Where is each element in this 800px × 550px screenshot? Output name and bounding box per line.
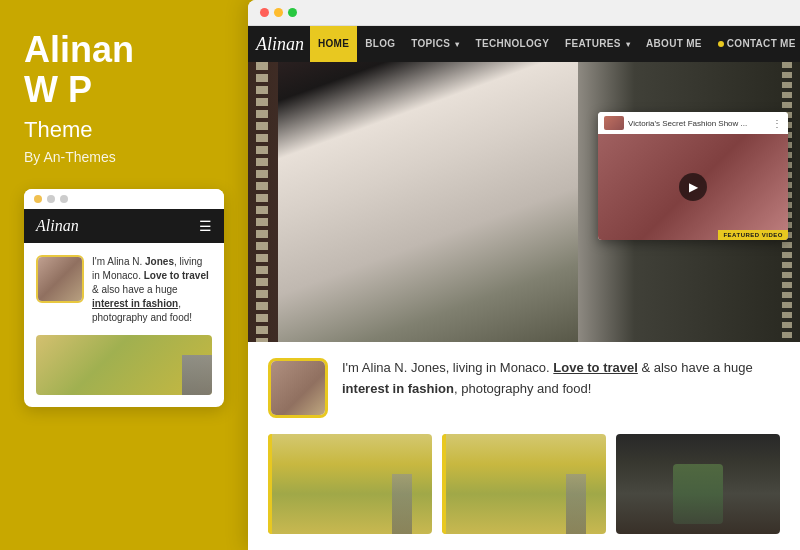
- nav-features[interactable]: FEATURES ▾: [557, 26, 638, 62]
- nav-home[interactable]: HOME: [310, 26, 357, 62]
- theme-by: By An-Themes: [24, 149, 224, 165]
- chain-left-decoration: [256, 62, 268, 342]
- bottom-image-cake: [616, 434, 780, 534]
- mobile-dot-2: [47, 195, 55, 203]
- left-panel: Alinan W P Theme By An-Themes Alinan ☰ I…: [0, 0, 248, 550]
- nav-about[interactable]: ABOUT ME: [638, 26, 710, 62]
- video-title: Victoria's Secret Fashion Show ...: [628, 119, 768, 128]
- video-top-bar: Victoria's Secret Fashion Show ... ⋮: [598, 112, 788, 134]
- features-arrow: ▾: [626, 40, 630, 49]
- bottom-images-row: [268, 434, 780, 534]
- bio-text-fashion: interest in fashion: [342, 381, 454, 396]
- featured-video-badge: FEATURED VIDEO: [718, 230, 788, 240]
- mobile-dot-1: [34, 195, 42, 203]
- mobile-bio-normal1: I'm Alina N.: [92, 256, 145, 267]
- mobile-logo: Alinan: [36, 217, 79, 235]
- bio-text: I'm Alina N. Jones, living in Monaco. Lo…: [342, 358, 780, 400]
- bio-text-normal1: I'm Alina N. Jones, living in Monaco.: [342, 360, 553, 375]
- video-menu-icon[interactable]: ⋮: [772, 118, 782, 129]
- bio-avatar-inner: [271, 361, 325, 415]
- yellow-accent-bar-2: [442, 434, 446, 534]
- mobile-image-placeholder: [36, 335, 212, 395]
- mobile-mockup: Alinan ☰ I'm Alina N. Jones, living in M…: [24, 189, 224, 407]
- mobile-avatar: [36, 255, 84, 303]
- nav-blog[interactable]: BLOG: [357, 26, 403, 62]
- theme-title: Alinan W P: [24, 30, 224, 109]
- mobile-nav-bar: Alinan ☰: [24, 209, 224, 243]
- site-nav: Alinan HOME BLOG TOPICS ▾ TECHNOLOGY FEA…: [248, 26, 800, 62]
- browser-top-bar: [248, 0, 800, 26]
- theme-subtitle: Theme: [24, 117, 224, 143]
- mobile-bio-jones: Jones: [145, 256, 174, 267]
- play-button[interactable]: ▶: [679, 173, 707, 201]
- mobile-top-bar: [24, 189, 224, 209]
- video-small-thumb: [604, 116, 624, 130]
- mobile-dot-3: [60, 195, 68, 203]
- bottom-image-flowers: [268, 434, 432, 534]
- video-main-thumb[interactable]: ▶ FEATURED VIDEO: [598, 134, 788, 240]
- mobile-bio-normal3: & also have a huge: [92, 284, 178, 295]
- nav-contact[interactable]: CONTACT ME: [710, 26, 800, 62]
- site-logo[interactable]: Alinan: [256, 34, 304, 55]
- bio-text-normal3: , photography and food!: [454, 381, 591, 396]
- mobile-avatar-img: [38, 257, 82, 301]
- hero-area: Victoria's Secret Fashion Show ... ⋮ ▶ F…: [248, 62, 800, 342]
- mobile-content: I'm Alina N. Jones, living in Monaco. Lo…: [24, 243, 224, 407]
- bio-text-travel: Love to travel: [553, 360, 638, 375]
- mobile-bio-text: I'm Alina N. Jones, living in Monaco. Lo…: [92, 255, 212, 325]
- bio-avatar: [268, 358, 328, 418]
- mobile-bio-row: I'm Alina N. Jones, living in Monaco. Lo…: [36, 255, 212, 325]
- mobile-bio-travel: Love to travel: [144, 270, 209, 281]
- browser-dot-green[interactable]: [288, 8, 297, 17]
- topics-arrow: ▾: [455, 40, 459, 49]
- hero-background: Victoria's Secret Fashion Show ... ⋮ ▶ F…: [248, 62, 800, 342]
- mobile-bio-fashion: interest in fashion: [92, 298, 178, 309]
- browser-dot-yellow[interactable]: [274, 8, 283, 17]
- hamburger-icon[interactable]: ☰: [199, 218, 212, 234]
- browser-dot-red[interactable]: [260, 8, 269, 17]
- yellow-accent-bar: [268, 434, 272, 534]
- bio-text-normal2: & also have a huge: [638, 360, 753, 375]
- hero-figure: [278, 62, 578, 342]
- content-area: I'm Alina N. Jones, living in Monaco. Lo…: [248, 342, 800, 550]
- bio-row: I'm Alina N. Jones, living in Monaco. Lo…: [268, 358, 780, 418]
- hero-figure-inner: [278, 62, 578, 342]
- nav-technology[interactable]: TECHNOLOGY: [468, 26, 558, 62]
- video-overlay[interactable]: Victoria's Secret Fashion Show ... ⋮ ▶ F…: [598, 112, 788, 240]
- right-panel: Alinan HOME BLOG TOPICS ▾ TECHNOLOGY FEA…: [248, 0, 800, 550]
- nav-topics[interactable]: TOPICS ▾: [403, 26, 467, 62]
- contact-dot: [718, 41, 724, 47]
- bottom-image-flowers2: [442, 434, 606, 534]
